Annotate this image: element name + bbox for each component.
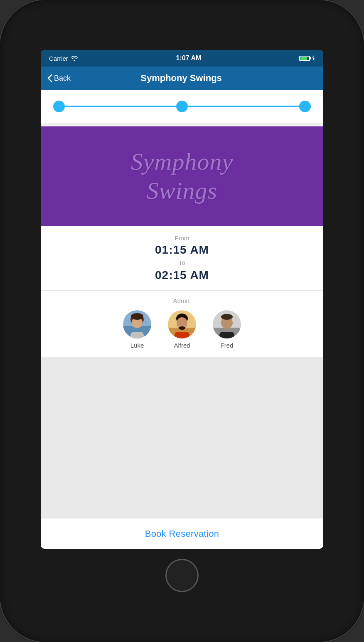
wifi-icon bbox=[71, 55, 78, 61]
event-name-line1: Symphony bbox=[131, 148, 233, 175]
avatar-luke bbox=[123, 310, 151, 338]
gray-spacer bbox=[41, 357, 323, 518]
event-title: Symphony Swings bbox=[131, 147, 233, 205]
nav-title: Symphony Swings bbox=[71, 73, 292, 84]
stepper-step-2[interactable] bbox=[176, 101, 188, 112]
book-reservation-button[interactable]: Book Reservation bbox=[145, 528, 219, 539]
event-banner: Symphony Swings bbox=[41, 126, 323, 226]
avatar-fred bbox=[213, 310, 241, 338]
time-section: From 01:15 AM To 02:15 AM bbox=[41, 226, 323, 291]
attendee-luke-name: Luke bbox=[130, 342, 144, 349]
progress-stepper bbox=[41, 90, 323, 123]
back-chevron-icon bbox=[47, 74, 52, 82]
stepper-track bbox=[53, 98, 311, 115]
battery-indicator bbox=[299, 55, 315, 61]
back-label: Back bbox=[54, 74, 71, 83]
svg-rect-14 bbox=[175, 332, 189, 338]
svg-point-0 bbox=[74, 60, 75, 61]
attendees-list: Luke bbox=[49, 310, 315, 349]
nav-bar: Back Symphony Swings bbox=[41, 67, 323, 90]
carrier-info: Carrier bbox=[49, 55, 78, 62]
status-time: 1:07 AM bbox=[176, 54, 202, 62]
home-button[interactable] bbox=[165, 559, 199, 592]
stepper-step-3[interactable] bbox=[299, 101, 311, 112]
to-time: 02:15 AM bbox=[49, 269, 315, 282]
event-name-line2: Swings bbox=[147, 177, 217, 204]
attendee-alfred-name: Alfred bbox=[174, 342, 190, 349]
svg-rect-7 bbox=[130, 332, 144, 338]
admit-section: Admit: bbox=[41, 291, 323, 357]
from-time: 01:15 AM bbox=[49, 243, 315, 257]
book-section: Book Reservation bbox=[41, 518, 323, 549]
battery-icon bbox=[299, 56, 310, 61]
bolt-icon bbox=[312, 55, 315, 61]
to-label: To bbox=[49, 259, 315, 266]
attendee-luke: Luke bbox=[123, 310, 151, 349]
svg-point-19 bbox=[221, 314, 233, 320]
svg-point-13 bbox=[179, 326, 185, 330]
battery-fill bbox=[300, 57, 307, 60]
status-bar: Carrier 1:07 AM bbox=[41, 50, 323, 67]
back-button[interactable]: Back bbox=[47, 74, 71, 83]
stepper-step-1[interactable] bbox=[53, 101, 65, 112]
attendee-fred: Fred bbox=[213, 310, 241, 349]
svg-point-6 bbox=[131, 313, 143, 320]
attendee-fred-name: Fred bbox=[221, 342, 234, 349]
svg-rect-20 bbox=[219, 332, 234, 338]
phone-frame: Carrier 1:07 AM bbox=[0, 0, 364, 642]
avatar-alfred bbox=[168, 310, 196, 338]
carrier-label: Carrier bbox=[49, 55, 68, 62]
from-label: From bbox=[49, 235, 315, 242]
attendee-alfred: Alfred bbox=[168, 310, 196, 349]
stepper-dots bbox=[53, 101, 311, 112]
screen: Carrier 1:07 AM bbox=[41, 50, 323, 549]
event-card: Symphony Swings From 01:15 AM To 02:15 A… bbox=[41, 126, 323, 357]
admit-label: Admit: bbox=[49, 297, 315, 304]
